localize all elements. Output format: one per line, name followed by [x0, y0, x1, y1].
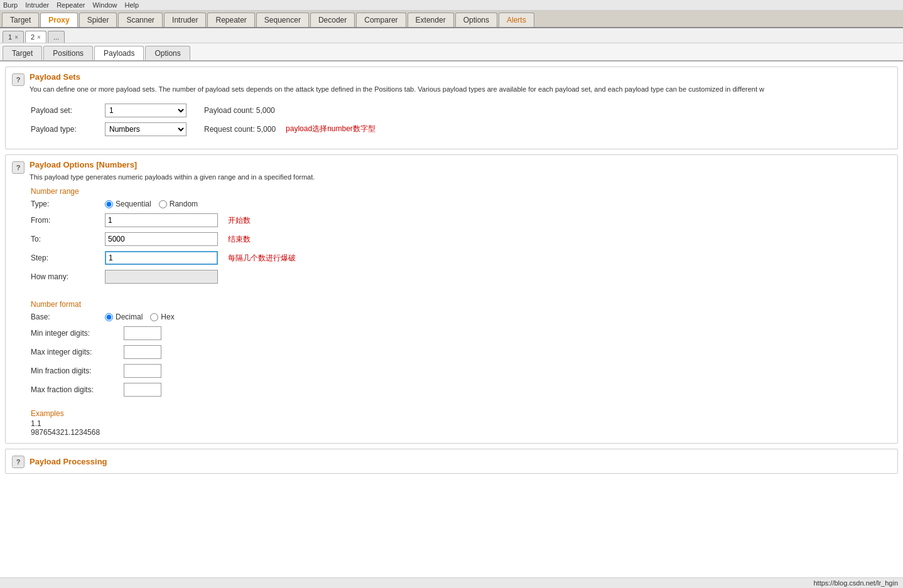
payload-options-help-icon[interactable]: ?: [12, 161, 24, 174]
max-int-input[interactable]: [124, 345, 161, 359]
tab-options[interactable]: Options: [455, 13, 497, 27]
payload-type-row: Payload type: Numbers Simple list Runtim…: [31, 122, 887, 136]
payload-type-label: Payload type:: [31, 125, 100, 134]
tab-scanner[interactable]: Scanner: [118, 13, 163, 27]
tab-secondary-payloads[interactable]: Payloads: [94, 46, 144, 60]
base-decimal-label[interactable]: Decimal: [105, 313, 143, 321]
payload-processing-section: ? Payload Processing: [5, 449, 898, 474]
type-random-radio[interactable]: [159, 200, 167, 208]
instance-tab-bar: 1 × 2 × ...: [0, 28, 903, 43]
min-frac-label: Min fraction digits:: [31, 366, 119, 375]
payload-options-title: Payload Options [Numbers]: [30, 160, 315, 169]
tab-alerts[interactable]: Alerts: [499, 13, 534, 27]
payload-options-section: ? Payload Options [Numbers] This payload…: [5, 154, 898, 444]
tab-proxy[interactable]: Proxy: [40, 13, 77, 27]
example2: 987654321.1234568: [6, 428, 897, 437]
max-int-row: Max integer digits:: [31, 345, 887, 359]
max-frac-input[interactable]: [124, 383, 161, 397]
payload-sets-header: ? Payload Sets You can define one or mor…: [6, 67, 897, 100]
menu-repeater[interactable]: Repeater: [57, 1, 85, 9]
max-int-label: Max integer digits:: [31, 348, 119, 356]
example1: 1.1: [6, 419, 897, 428]
max-frac-label: Max fraction digits:: [31, 385, 119, 394]
type-label: Type:: [31, 200, 100, 208]
step-row: Step: 每隔几个数进行爆破: [31, 251, 887, 265]
payload-set-label: Payload set:: [31, 106, 100, 115]
tab-comparer[interactable]: Comparer: [356, 13, 406, 27]
type-sequential-text: Sequential: [116, 200, 151, 208]
how-many-input[interactable]: [105, 270, 218, 284]
payload-type-select[interactable]: Numbers Simple list Runtime file Custom …: [105, 122, 187, 136]
payload-sets-help-icon[interactable]: ?: [12, 73, 24, 86]
min-int-label: Min integer digits:: [31, 329, 119, 338]
payload-type-annotation: payload选择number数字型: [286, 124, 376, 134]
menu-burp[interactable]: Burp: [3, 1, 18, 9]
tab-secondary-positions[interactable]: Positions: [43, 46, 93, 60]
to-annotation: 结束数: [228, 234, 251, 245]
how-many-label: How many:: [31, 272, 100, 281]
max-frac-row: Max fraction digits:: [31, 383, 887, 397]
request-count-label: Request count: 5,000: [204, 125, 276, 134]
type-random-text: Random: [170, 200, 198, 208]
instance-tab-1-label: 1: [8, 33, 12, 41]
instance-tab-1[interactable]: 1 ×: [3, 31, 24, 43]
min-int-input[interactable]: [124, 326, 161, 340]
to-label: To:: [31, 235, 100, 243]
tab-secondary-target[interactable]: Target: [3, 46, 42, 60]
min-frac-input[interactable]: [124, 364, 161, 378]
from-annotation: 开始数: [228, 215, 251, 226]
to-row: To: 结束数: [31, 232, 887, 246]
examples-label: Examples: [6, 407, 897, 419]
to-input[interactable]: [105, 232, 218, 246]
instance-tab-2-label: 2: [31, 33, 35, 41]
type-sequential-label[interactable]: Sequential: [105, 200, 151, 208]
base-hex-label[interactable]: Hex: [150, 313, 174, 321]
instance-tab-ellipsis[interactable]: ...: [48, 31, 65, 43]
tab-sequencer[interactable]: Sequencer: [256, 13, 309, 27]
payload-processing-header: ? Payload Processing: [6, 449, 897, 473]
tab-extender[interactable]: Extender: [408, 13, 454, 27]
instance-tab-ellipsis-label: ...: [53, 33, 59, 41]
base-hex-radio[interactable]: [150, 313, 158, 321]
base-label: Base:: [31, 313, 100, 321]
tab-target[interactable]: Target: [2, 13, 39, 27]
number-format-form: Base: Decimal Hex Min integer digits:: [6, 313, 897, 407]
tab-decoder[interactable]: Decoder: [310, 13, 355, 27]
type-sequential-radio[interactable]: [105, 200, 113, 208]
instance-tab-1-close[interactable]: ×: [14, 34, 18, 41]
type-random-label[interactable]: Random: [159, 200, 198, 208]
from-input[interactable]: [105, 213, 218, 227]
tab-secondary-options[interactable]: Options: [145, 46, 190, 60]
menu-bar: Burp Intruder Repeater Window Help: [0, 0, 903, 11]
type-radio-group: Sequential Random: [105, 200, 198, 208]
payload-set-select[interactable]: 1 2: [105, 104, 187, 117]
payload-processing-help-icon[interactable]: ?: [12, 456, 24, 468]
payload-count-value: 5,000: [256, 106, 275, 115]
base-decimal-text: Decimal: [116, 313, 143, 321]
menu-help[interactable]: Help: [125, 1, 139, 9]
tab-repeater[interactable]: Repeater: [207, 13, 254, 27]
instance-tab-2-close[interactable]: ×: [37, 34, 41, 41]
number-format-label: Number format: [6, 300, 897, 309]
payload-count-label: Payload count: 5,000: [204, 106, 275, 115]
tab-intruder[interactable]: Intruder: [164, 13, 206, 27]
how-many-row: How many:: [31, 270, 887, 284]
min-frac-row: Min fraction digits:: [31, 364, 887, 378]
payload-set-row: Payload set: 1 2 Payload count: 5,000: [31, 104, 887, 117]
step-input[interactable]: [105, 251, 218, 265]
menu-intruder[interactable]: Intruder: [25, 1, 49, 9]
base-radio-group: Decimal Hex: [105, 313, 175, 321]
payload-sets-title: Payload Sets: [30, 72, 764, 82]
base-decimal-radio[interactable]: [105, 313, 113, 321]
tab-spider[interactable]: Spider: [79, 13, 117, 27]
instance-tab-2[interactable]: 2 ×: [25, 31, 46, 43]
type-row: Type: Sequential Random: [31, 200, 887, 208]
main-content: ? Payload Sets You can define one or mor…: [0, 61, 903, 577]
from-label: From:: [31, 216, 100, 225]
step-annotation: 每隔几个数进行爆破: [228, 253, 296, 264]
base-row: Base: Decimal Hex: [31, 313, 887, 321]
base-hex-text: Hex: [161, 313, 174, 321]
menu-window[interactable]: Window: [92, 1, 117, 9]
top-tab-bar: Target Proxy Spider Scanner Intruder Rep…: [0, 11, 903, 28]
payload-options-header: ? Payload Options [Numbers] This payload…: [6, 155, 897, 188]
